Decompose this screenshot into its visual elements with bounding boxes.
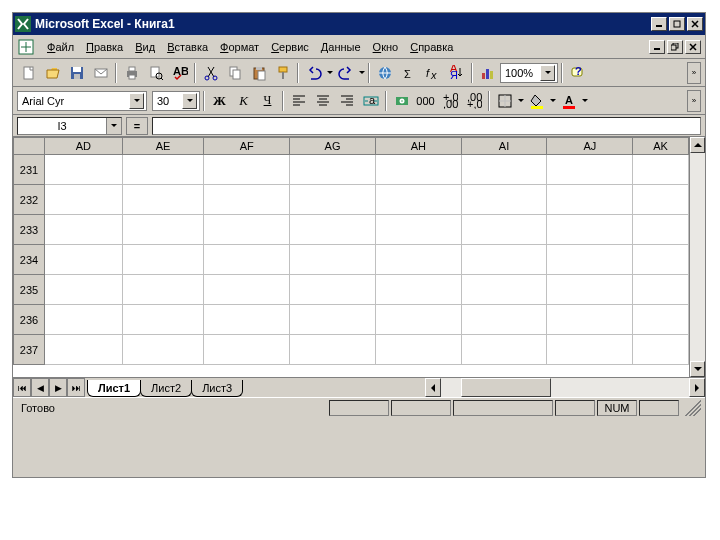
merge-center-button[interactable]: a	[359, 90, 382, 112]
cell[interactable]	[123, 275, 205, 305]
cell[interactable]	[290, 155, 376, 185]
chevron-down-icon[interactable]	[540, 65, 555, 81]
column-header[interactable]: AJ	[547, 137, 633, 155]
menu-вставка[interactable]: Вставка	[161, 38, 214, 56]
row-header[interactable]: 233	[13, 215, 45, 245]
help-button[interactable]: ?	[566, 62, 589, 84]
menu-сервис[interactable]: Сервис	[265, 38, 315, 56]
vertical-scrollbar[interactable]	[689, 137, 705, 377]
cell[interactable]	[462, 215, 548, 245]
tab-next-button[interactable]: ▶	[49, 378, 67, 397]
sort-asc-button[interactable]: АЯ	[445, 62, 468, 84]
sheet-tab[interactable]: Лист2	[140, 380, 192, 397]
align-right-button[interactable]	[335, 90, 358, 112]
cell[interactable]	[462, 185, 548, 215]
chevron-down-icon[interactable]	[182, 93, 197, 109]
borders-button[interactable]	[493, 90, 516, 112]
cell[interactable]	[462, 305, 548, 335]
cell[interactable]	[290, 185, 376, 215]
scroll-up-button[interactable]	[690, 137, 705, 153]
chevron-down-icon[interactable]	[129, 93, 144, 109]
menu-окно[interactable]: Окно	[367, 38, 405, 56]
cell[interactable]	[123, 155, 205, 185]
chart-button[interactable]	[476, 62, 499, 84]
cell[interactable]	[290, 275, 376, 305]
cell[interactable]	[547, 245, 633, 275]
row-header[interactable]: 234	[13, 245, 45, 275]
cell[interactable]	[45, 305, 123, 335]
paste-button[interactable]	[247, 62, 270, 84]
cell[interactable]	[376, 215, 462, 245]
scroll-down-button[interactable]	[690, 361, 705, 377]
cell[interactable]	[45, 335, 123, 365]
cell[interactable]	[462, 245, 548, 275]
cell[interactable]	[633, 245, 689, 275]
close-button[interactable]	[687, 17, 703, 31]
cell[interactable]	[204, 275, 290, 305]
scroll-left-button[interactable]	[425, 378, 441, 397]
cell[interactable]	[376, 245, 462, 275]
print-button[interactable]	[120, 62, 143, 84]
redo-button[interactable]	[334, 62, 357, 84]
open-button[interactable]	[41, 62, 64, 84]
cell[interactable]	[123, 215, 205, 245]
italic-button[interactable]: К	[232, 90, 255, 112]
cell[interactable]	[204, 305, 290, 335]
undo-button[interactable]	[302, 62, 325, 84]
cell[interactable]	[633, 275, 689, 305]
increase-decimal-button[interactable]: +,0,00	[438, 90, 461, 112]
fill-color-dropdown[interactable]	[549, 90, 556, 112]
cell[interactable]	[462, 275, 548, 305]
cell[interactable]	[123, 245, 205, 275]
font-combo[interactable]: Arial Cyr	[17, 91, 147, 111]
cell[interactable]	[290, 335, 376, 365]
borders-dropdown[interactable]	[517, 90, 524, 112]
new-button[interactable]	[17, 62, 40, 84]
scrollbar-track[interactable]	[441, 378, 689, 397]
mdi-minimize-button[interactable]	[649, 40, 665, 54]
cell[interactable]	[547, 305, 633, 335]
undo-dropdown[interactable]	[326, 62, 333, 84]
hyperlink-button[interactable]	[373, 62, 396, 84]
cell[interactable]	[45, 275, 123, 305]
column-header[interactable]: AG	[290, 137, 376, 155]
fontsize-combo[interactable]: 30	[152, 91, 200, 111]
mdi-close-button[interactable]	[685, 40, 701, 54]
menu-формат[interactable]: Формат	[214, 38, 265, 56]
cell[interactable]	[633, 335, 689, 365]
column-header[interactable]: AH	[376, 137, 462, 155]
decrease-decimal-button[interactable]: ,00+,0	[462, 90, 485, 112]
zoom-combo[interactable]: 100%	[500, 63, 558, 83]
tab-first-button[interactable]: ⏮	[13, 378, 31, 397]
format-painter-button[interactable]	[271, 62, 294, 84]
edit-formula-button[interactable]: =	[126, 117, 148, 135]
cell[interactable]	[547, 215, 633, 245]
column-header[interactable]: AK	[633, 137, 689, 155]
cell[interactable]	[547, 335, 633, 365]
row-header[interactable]: 236	[13, 305, 45, 335]
tab-prev-button[interactable]: ◀	[31, 378, 49, 397]
comma-style-button[interactable]: 000	[414, 90, 437, 112]
toolbar-overflow-button[interactable]	[687, 62, 701, 84]
menu-вид[interactable]: Вид	[129, 38, 161, 56]
column-header[interactable]: AD	[45, 137, 123, 155]
cell[interactable]	[290, 215, 376, 245]
name-box[interactable]: I3	[17, 117, 122, 135]
formula-input[interactable]	[152, 117, 701, 135]
cell[interactable]	[123, 305, 205, 335]
cell[interactable]	[204, 215, 290, 245]
column-header[interactable]: AI	[462, 137, 548, 155]
cell[interactable]	[633, 215, 689, 245]
cell[interactable]	[290, 305, 376, 335]
cell[interactable]	[547, 155, 633, 185]
column-header[interactable]: AF	[204, 137, 290, 155]
tab-last-button[interactable]: ⏭	[67, 378, 85, 397]
menu-данные[interactable]: Данные	[315, 38, 367, 56]
toolbar-overflow-button[interactable]	[687, 90, 701, 112]
column-header[interactable]: AE	[123, 137, 205, 155]
row-header[interactable]: 231	[13, 155, 45, 185]
cell[interactable]	[290, 245, 376, 275]
row-header[interactable]: 235	[13, 275, 45, 305]
chevron-down-icon[interactable]	[106, 118, 121, 134]
mdi-restore-button[interactable]	[667, 40, 683, 54]
